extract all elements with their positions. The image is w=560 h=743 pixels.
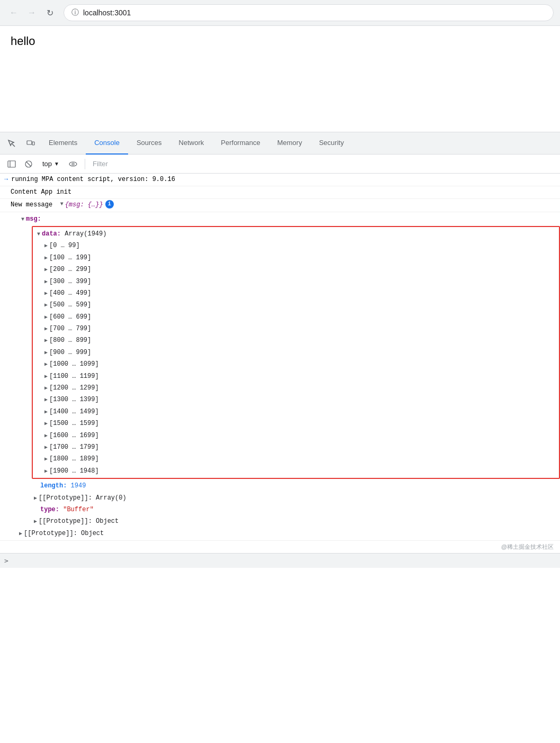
info-badge: i: [105, 200, 114, 209]
range-toggle[interactable]: ▶: [44, 443, 48, 452]
back-button[interactable]: ←: [6, 5, 21, 20]
array-range-item[interactable]: ▶[400 … 499]: [33, 287, 559, 299]
range-toggle[interactable]: ▶: [44, 467, 48, 476]
range-toggle[interactable]: ▶: [44, 265, 48, 274]
svg-rect-3: [8, 161, 15, 167]
range-toggle[interactable]: ▶: [44, 241, 48, 250]
address-bar[interactable]: ⓘ localhost:3001: [64, 4, 554, 21]
context-dropdown-icon: ▼: [54, 161, 59, 167]
console-output: → running MPA content script, version: 9…: [0, 174, 560, 540]
range-toggle[interactable]: ▶: [44, 348, 48, 357]
msg-toggle[interactable]: ▼: [21, 215, 24, 224]
clear-console-button[interactable]: [21, 157, 36, 171]
range-toggle[interactable]: ▶: [44, 395, 48, 404]
tab-network[interactable]: Network: [170, 132, 213, 155]
range-toggle[interactable]: ▶: [44, 372, 48, 381]
array-range-item[interactable]: ▶[700 … 799]: [33, 323, 559, 334]
range-text: [600 … 699]: [49, 312, 91, 322]
array-range-item[interactable]: ▶[900 … 999]: [33, 347, 559, 358]
data-array-box: ▼ data: Array(1949) ▶[0 … 99]▶[100 … 199…: [32, 226, 560, 479]
device-toolbar-button[interactable]: [22, 135, 39, 152]
data-type-val: Array(1949): [61, 229, 106, 239]
console-line-new-message: New message ▼ {msg: {…}} i: [0, 199, 560, 212]
range-toggle[interactable]: ▶: [44, 324, 48, 333]
array-range-item[interactable]: ▶[200 … 299]: [33, 264, 559, 275]
reload-button[interactable]: ↻: [42, 5, 57, 20]
nav-buttons: ← → ↻: [6, 5, 57, 20]
range-toggle[interactable]: ▶: [44, 313, 48, 322]
context-selector[interactable]: top ▼: [38, 159, 64, 169]
eye-button[interactable]: [66, 157, 80, 171]
range-toggle[interactable]: ▶: [44, 455, 48, 464]
data-toggle[interactable]: ▼: [37, 230, 40, 239]
filter-input[interactable]: [89, 159, 556, 169]
devtools-bottom-bar: >: [0, 553, 560, 568]
tab-console[interactable]: Console: [86, 132, 128, 155]
svg-point-7: [69, 162, 77, 166]
range-text: [1600 … 1699]: [49, 430, 99, 441]
array-range-item[interactable]: ▶[1900 … 1948]: [33, 465, 559, 477]
range-text: [1700 … 1799]: [49, 442, 99, 452]
array-range-item[interactable]: ▶[1400 … 1499]: [33, 406, 559, 418]
array-range-item[interactable]: ▶[1000 … 1099]: [33, 358, 559, 370]
tree-prototype-object1-row: ▶ [[Prototype]]: Object: [32, 515, 560, 527]
sidebar-toggle-button[interactable]: [4, 157, 19, 171]
array-range-item[interactable]: ▶[1200 … 1299]: [33, 382, 559, 394]
svg-line-6: [26, 162, 31, 166]
range-toggle[interactable]: ▶: [44, 253, 48, 262]
msg-tree: ▼ msg: ▼ data: Array(1949) ▶[0 … 99]▶[10…: [0, 212, 560, 541]
range-text: [400 … 499]: [49, 288, 91, 298]
array-range-item[interactable]: ▶[800 … 899]: [33, 334, 559, 346]
range-toggle[interactable]: ▶: [44, 407, 48, 416]
expand-msg-icon[interactable]: ▼: [60, 200, 64, 209]
array-range-item[interactable]: ▶[500 … 599]: [33, 299, 559, 311]
array-range-item[interactable]: ▶[1500 … 1599]: [33, 418, 559, 429]
range-toggle[interactable]: ▶: [44, 384, 48, 393]
range-toggle[interactable]: ▶: [44, 289, 48, 298]
tab-memory[interactable]: Memory: [269, 132, 311, 155]
range-text: [1200 … 1299]: [49, 383, 99, 393]
array-range-item[interactable]: ▶[100 … 199]: [33, 252, 559, 264]
page-content: hello: [0, 26, 560, 132]
range-text: [900 … 999]: [49, 347, 91, 358]
array-range-item[interactable]: ▶[1600 … 1699]: [33, 430, 559, 441]
tab-sources[interactable]: Sources: [128, 132, 170, 155]
proto-array-toggle[interactable]: ▶: [34, 494, 37, 503]
range-toggle[interactable]: ▶: [44, 301, 48, 310]
tree-msg-row: ▼ msg:: [0, 213, 560, 225]
array-range-item[interactable]: ▶[1100 … 1199]: [33, 370, 559, 382]
forward-button[interactable]: →: [24, 5, 39, 20]
tab-performance[interactable]: Performance: [212, 132, 268, 155]
console-text-content-app: Content App init: [11, 187, 71, 197]
tree-type-row: type: "Buffer": [32, 504, 560, 515]
range-toggle[interactable]: ▶: [44, 336, 48, 345]
range-text: [1100 … 1199]: [49, 371, 99, 382]
array-range-item[interactable]: ▶[1700 … 1799]: [33, 441, 559, 453]
tab-security[interactable]: Security: [311, 132, 353, 155]
svg-point-8: [72, 163, 74, 165]
range-toggle[interactable]: ▶: [44, 277, 48, 286]
proto-obj2-toggle[interactable]: ▶: [19, 529, 22, 538]
range-text: [700 … 799]: [49, 323, 91, 334]
console-prompt[interactable]: >: [4, 557, 8, 565]
array-range-item[interactable]: ▶[0 … 99]: [33, 240, 559, 251]
browser-chrome: ← → ↻ ⓘ localhost:3001: [0, 0, 560, 26]
inspect-element-button[interactable]: [3, 135, 20, 152]
prototype-object1-text: [[Prototype]]: Object: [39, 516, 119, 527]
range-toggle[interactable]: ▶: [44, 360, 48, 369]
range-text: [1300 … 1399]: [49, 394, 99, 405]
range-toggle[interactable]: ▶: [44, 419, 48, 428]
proto-obj1-toggle[interactable]: ▶: [34, 517, 37, 526]
tab-elements[interactable]: Elements: [40, 132, 86, 155]
array-range-item[interactable]: ▶[1300 … 1399]: [33, 394, 559, 405]
devtools-toolbar: top ▼: [0, 155, 560, 174]
range-toggle[interactable]: ▶: [44, 431, 48, 440]
array-range-item[interactable]: ▶[1800 … 1899]: [33, 453, 559, 465]
devtools-panel: Elements Console Sources Network Perform…: [0, 132, 560, 568]
console-text-mpa: running MPA content script, version: 9.0…: [11, 175, 175, 185]
range-text: [500 … 599]: [49, 300, 91, 310]
array-range-item[interactable]: ▶[300 … 399]: [33, 276, 559, 287]
range-text: [1900 … 1948]: [49, 466, 99, 476]
array-range-item[interactable]: ▶[600 … 699]: [33, 311, 559, 323]
array-ranges: ▶[0 … 99]▶[100 … 199]▶[200 … 299]▶[300 ……: [33, 240, 559, 477]
